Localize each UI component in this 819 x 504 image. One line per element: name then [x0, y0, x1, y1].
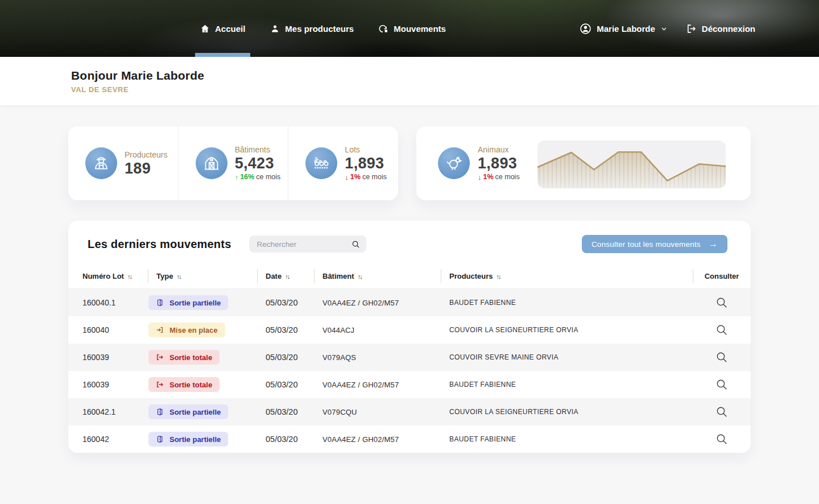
top-navbar: Accueil Mes producteurs Mouvements M	[0, 0, 819, 57]
cell-numero-lot: 160039	[68, 353, 148, 362]
movement-type-icon	[156, 435, 164, 443]
ducklings-icon	[305, 147, 337, 179]
section-title: Les derniers mouvements	[88, 238, 231, 251]
col-numero-lot: Numéro Lot ↑↓	[68, 264, 148, 288]
consult-row-button[interactable]	[714, 432, 729, 447]
greeting-band: Bonjour Marie Laborde VAL DE SEVRE	[0, 57, 819, 105]
home-icon	[200, 24, 210, 34]
chevron-down-icon	[660, 25, 668, 32]
stat-delta: ↓ 1% ce mois	[345, 172, 387, 183]
arrow-right-icon: →	[709, 239, 718, 249]
movement-type-label: Sortie partielle	[169, 435, 221, 444]
cell-type: Sortie totale	[148, 377, 257, 392]
sort-icon[interactable]: ↑↓	[127, 273, 133, 280]
movement-type-badge: Sortie partielle	[148, 432, 228, 447]
stats-card: Producteurs 189	[68, 126, 398, 200]
movement-type-icon	[156, 299, 164, 307]
organization-name: VAL DE SEVRE	[71, 85, 819, 94]
table-row: 160040.1 Sortie partielle 05/03/20 V0AA4…	[68, 289, 751, 316]
movement-type-badge: Sortie partielle	[148, 404, 228, 419]
delta-down-icon: ↓	[345, 172, 349, 183]
cell-producteur: COUVOIR LA SEIGNEURTIERE ORVIA	[441, 326, 693, 334]
cell-date: 05/03/20	[257, 407, 314, 416]
page: Accueil Mes producteurs Mouvements M	[0, 0, 819, 504]
cell-numero-lot: 160042	[68, 435, 148, 444]
logout-icon	[686, 23, 697, 34]
movement-type-label: Sortie partielle	[169, 408, 221, 416]
stat-lots: Lots 1,893 ↓ 1% ce mois	[288, 126, 398, 200]
cell-batiment: V0AA4EZ / GH02/M57	[314, 435, 441, 444]
stat-value: 1,893	[345, 155, 387, 172]
cell-producteur: BAUDET FABIENNE	[441, 299, 693, 307]
stat-producteurs: Producteurs 189	[68, 126, 178, 200]
stat-value: 5,423	[235, 155, 281, 172]
cell-batiment: V044ACJ	[314, 326, 441, 334]
tab-label: Accueil	[215, 24, 245, 34]
sort-icon[interactable]: ↑↓	[285, 273, 290, 280]
cell-consulter	[693, 295, 751, 310]
sort-icon[interactable]: ↑↓	[497, 273, 502, 280]
consult-row-button[interactable]	[714, 377, 729, 392]
tab-mes-producteurs[interactable]: Mes producteurs	[270, 0, 354, 57]
hen-icon	[438, 147, 470, 179]
consult-row-button[interactable]	[714, 404, 729, 419]
sort-icon[interactable]: ↑↓	[358, 273, 363, 280]
delta-up-icon: ↑	[235, 172, 239, 183]
cell-batiment: V079CQU	[314, 408, 441, 416]
stats-row: Producteurs 189	[68, 126, 751, 200]
consult-row-button[interactable]	[714, 350, 729, 365]
cell-type: Mise en place	[148, 323, 257, 337]
cell-producteur: COUVOIR SEVRE MAINE ORVIA	[441, 353, 693, 361]
consult-row-button[interactable]	[714, 295, 729, 310]
logout-button[interactable]: Déconnexion	[686, 23, 755, 34]
user-menu[interactable]: Marie Laborde	[580, 23, 668, 35]
user-avatar-icon	[580, 23, 592, 35]
sort-icon[interactable]: ↑↓	[176, 273, 181, 280]
stat-label: Bâtiments	[235, 144, 281, 155]
navbar-right: Marie Laborde Déconnexion	[580, 0, 755, 57]
table-header: Numéro Lot ↑↓ Type ↑↓ Date ↑↓ Bâtiment ↑…	[68, 264, 751, 289]
delta-down-icon: ↓	[478, 172, 482, 183]
table-row: 160042 Sortie partielle 05/03/20 V0AA4EZ…	[68, 425, 751, 453]
movement-type-label: Sortie partielle	[169, 299, 221, 307]
consult-all-movements-button[interactable]: Consulter tout les mouvements →	[582, 235, 727, 253]
cell-date: 05/03/20	[257, 353, 314, 362]
movement-type-label: Sortie totale	[169, 381, 212, 389]
cell-numero-lot: 160042.1	[68, 407, 148, 416]
table-row: 160040 Mise en place 05/03/20 V044ACJ CO…	[68, 316, 751, 344]
movement-type-icon	[156, 353, 164, 361]
cell-date: 05/03/20	[257, 380, 314, 389]
stat-batiments: Bâtiments 5,423 ↑ 16% ce mois	[178, 126, 288, 200]
consult-row-button[interactable]	[714, 323, 729, 337]
cell-type: Sortie partielle	[148, 404, 257, 419]
search-input[interactable]	[257, 240, 351, 249]
cell-type: Sortie partielle	[148, 432, 257, 447]
cell-batiment: V0AA4EZ / GH02/M57	[314, 299, 441, 307]
movements-card: Les derniers mouvements Consulter tout l…	[68, 221, 751, 453]
cell-consulter	[693, 432, 751, 447]
search-icon[interactable]	[351, 240, 360, 249]
tab-accueil[interactable]: Accueil	[200, 0, 245, 57]
cell-date: 05/03/20	[257, 325, 314, 334]
table-row: 160039 Sortie totale 05/03/20 V079AQS CO…	[68, 344, 751, 371]
movement-type-icon	[156, 381, 164, 389]
movement-type-icon	[156, 408, 164, 416]
movement-type-badge: Sortie partielle	[148, 295, 228, 310]
tab-label: Mes producteurs	[285, 24, 354, 34]
user-name: Marie Laborde	[597, 24, 655, 34]
stat-delta: ↑ 16% ce mois	[235, 172, 281, 183]
movement-type-badge: Sortie totale	[148, 377, 220, 392]
movement-type-label: Mise en place	[169, 326, 218, 334]
cell-numero-lot: 160040	[68, 325, 148, 334]
tab-mouvements[interactable]: Mouvements	[379, 0, 446, 57]
main-nav: Accueil Mes producteurs Mouvements	[200, 0, 446, 57]
barn-icon	[196, 147, 228, 179]
tab-label: Mouvements	[394, 24, 446, 34]
cell-numero-lot: 160039	[68, 380, 148, 389]
table-body: 160040.1 Sortie partielle 05/03/20 V0AA4…	[68, 289, 751, 453]
cell-date: 05/03/20	[257, 298, 314, 307]
col-batiment: Bâtiment ↑↓	[314, 264, 441, 288]
movements-icon	[379, 24, 388, 34]
movement-type-badge: Mise en place	[148, 323, 225, 337]
stat-value: 189	[125, 160, 167, 177]
